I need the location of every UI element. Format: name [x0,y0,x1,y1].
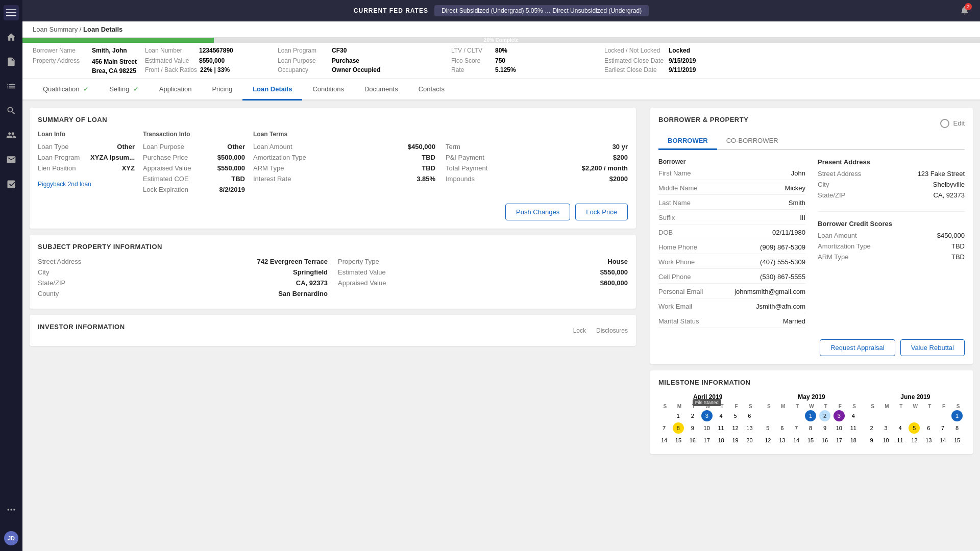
cal-day[interactable]: 16 [819,435,830,446]
cal-day[interactable]: 8 [805,422,816,434]
cal-day-8-april[interactable]: 8 [673,422,684,434]
cal-day-2-may[interactable]: 2 [819,410,830,421]
cal-day[interactable]: 15 [805,435,816,446]
cal-day[interactable]: 6 [923,422,934,434]
sidebar-analytics-icon[interactable] [4,177,19,192]
notification-bell[interactable]: 2 [960,5,970,17]
cal-day[interactable]: 12 [730,422,741,434]
tab-documents[interactable]: Documents [354,79,408,101]
tx-purchase-price-label: Purchase Price [143,154,188,161]
tab-loan-details[interactable]: Loan Details [242,79,302,101]
cal-day[interactable]: 5 [730,410,741,421]
tx-loan-purpose-value: Other [227,143,245,151]
cal-day[interactable]: 4 [894,422,905,434]
cal-day-5-june[interactable]: 5 [909,422,920,434]
cal-day[interactable]: 15 [673,435,684,446]
cal-day[interactable]: 17 [701,435,713,446]
tab-co-borrower[interactable]: CO-BORROWER [717,133,788,150]
cal-day[interactable]: 9 [687,422,698,434]
cal-day[interactable]: 13 [776,435,788,446]
tab-contacts[interactable]: Contacts [408,79,455,101]
cal-day[interactable]: 19 [730,435,741,446]
sidebar-more-icon[interactable] [4,502,19,517]
cal-day[interactable]: 10 [880,435,892,446]
loan-info-title: Loan Info [38,131,135,138]
disclosures-label: Disclosures [596,327,628,334]
cal-day[interactable]: 1 [673,410,684,421]
cal-day[interactable]: 7 [791,422,802,434]
cal-day[interactable]: 2 [866,422,877,434]
cal-day[interactable]: 12 [909,435,920,446]
cal-day[interactable]: 15 [951,435,963,446]
cal-day[interactable]: 14 [658,435,670,446]
tab-application[interactable]: Application [149,79,202,101]
cal-day[interactable]: 11 [716,422,727,434]
sidebar-mail-icon[interactable] [4,152,19,167]
cal-day[interactable]: 20 [744,435,755,446]
breadcrumb-parent[interactable]: Loan Summary [33,26,78,33]
cal-day-3-april[interactable]: 3 File Started [701,410,713,421]
tab-selling[interactable]: Selling ✓ [99,79,149,101]
loan-program-value: CF30 [332,47,347,54]
cal-day[interactable]: 16 [687,435,698,446]
cal-day[interactable]: 18 [848,435,859,446]
sidebar-home-icon[interactable] [4,30,19,45]
cal-day[interactable]: 8 [951,422,963,434]
tab-pricing[interactable]: Pricing [202,79,242,101]
cal-day[interactable]: 4 [848,410,859,421]
cal-day[interactable]: 13 [744,422,755,434]
cal-day[interactable]: 2 [687,410,698,421]
sidebar: JD [0,0,22,551]
lock-price-button[interactable]: Lock Price [575,204,628,220]
sidebar-menu-icon[interactable] [4,5,19,20]
cal-day[interactable]: 10 [834,422,845,434]
push-changes-button[interactable]: Push Changes [505,204,570,220]
sidebar-chart-icon[interactable] [4,79,19,94]
value-rebuttal-button[interactable]: Value Rebuttal [900,339,965,356]
edit-button[interactable]: Edit [953,119,965,127]
sidebar-search-icon[interactable] [4,103,19,118]
cal-day[interactable]: 18 [716,435,727,446]
cal-day[interactable]: 4 [716,410,727,421]
lt-interest-rate-label: Interest Rate [253,175,291,183]
cal-day[interactable]: 17 [834,435,845,446]
cal-day[interactable]: 11 [894,435,905,446]
sidebar-avatar[interactable]: JD [4,531,19,546]
cal-day[interactable]: 11 [848,422,859,434]
cal-day[interactable]: 9 [819,422,830,434]
sp-est-val-label: Estimated Value [338,268,386,276]
sp-street-label: Street Address [38,258,81,265]
cal-day[interactable]: 7 [658,422,670,434]
cal-day[interactable]: 10 [701,422,713,434]
cal-day-3-may[interactable]: 3 [834,410,845,421]
cal-day[interactable]: 12 [762,435,773,446]
tab-qualification[interactable]: Qualification ✓ [33,79,99,101]
cal-day[interactable]: 5 [762,422,773,434]
cal-day[interactable]: 14 [791,435,802,446]
edit-radio[interactable] [940,119,949,128]
main-content: CURRENT FED RATES Direct Subsidized (Und… [22,0,980,551]
tab-borrower[interactable]: BORROWER [658,133,717,150]
progress-bar-fill [22,38,214,43]
cal-day[interactable]: 6 [744,410,755,421]
cal-day[interactable]: 7 [937,422,948,434]
est-close-date-label: Estimated Close Date [604,57,666,64]
svg-point-3 [8,509,9,510]
cal-day-1-june[interactable]: 1 [951,410,963,421]
breadcrumb-current: Loan Details [83,26,122,33]
cal-day[interactable] [658,410,670,421]
loan-number-label: Loan Number [145,47,196,54]
cal-day[interactable]: 3 [880,422,892,434]
request-appraisal-button[interactable]: Request Appraisal [820,339,895,356]
sidebar-loans-icon[interactable] [4,54,19,69]
summary-title: SUMMARY OF LOAN [38,116,628,123]
tab-conditions[interactable]: Conditions [302,79,354,101]
piggyback-link[interactable]: Piggyback 2nd loan [38,181,91,188]
sidebar-people-icon[interactable] [4,128,19,143]
cal-day[interactable]: 13 [923,435,934,446]
cal-day-1-may[interactable]: 1 [805,410,816,421]
cal-day[interactable]: 9 [866,435,877,446]
cal-day[interactable]: 14 [937,435,948,446]
cal-day[interactable]: 6 [776,422,788,434]
fed-rates-value: Direct Subsidized (Undergrad) 5.05% … Di… [434,5,649,16]
